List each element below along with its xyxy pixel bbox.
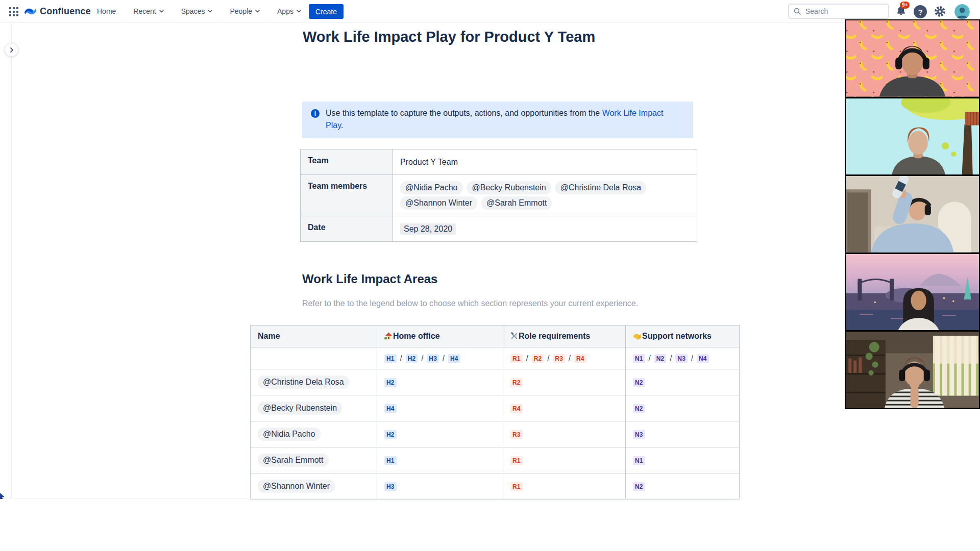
- legend-lozenge-n2: N2: [654, 354, 667, 363]
- chevron-down-icon: [297, 10, 301, 13]
- search-input[interactable]: [804, 7, 884, 16]
- column-header-name: Name: [251, 325, 377, 347]
- handshake-icon: [633, 333, 642, 340]
- name-cell: @Nidia Pacho: [251, 421, 377, 447]
- profile-avatar[interactable]: [954, 4, 970, 19]
- nav-item-home[interactable]: Home: [97, 7, 116, 15]
- legend-lozenge-r1: R1: [510, 354, 523, 363]
- nav-item-apps[interactable]: Apps: [277, 7, 301, 15]
- legend-lozenge-n4: N4: [697, 354, 709, 363]
- date-row: Date Sep 28, 2020: [301, 216, 697, 242]
- column-header-role-requirements: Role requirements: [503, 325, 626, 347]
- top-navigation: Confluence Home Recent Spaces People App…: [0, 0, 980, 23]
- team-label: Team: [301, 149, 393, 175]
- question-mark-icon: ?: [918, 8, 922, 16]
- column-header-support-networks: Support networks: [626, 325, 740, 347]
- app-switcher-button[interactable]: [8, 6, 19, 17]
- nav-item-people[interactable]: People: [230, 7, 260, 15]
- legend-lozenge-h1: H1: [384, 354, 397, 363]
- nav-item-spaces[interactable]: Spaces: [181, 7, 213, 15]
- legend-lozenge-h4: H4: [448, 354, 460, 363]
- legend-separator: /: [670, 354, 672, 362]
- legend-lozenge-r2: R2: [532, 354, 544, 363]
- role-requirements-lozenge: R3: [510, 430, 523, 439]
- notifications-button[interactable]: 9+: [894, 5, 908, 18]
- name-cell: @Becky Rubenstein: [251, 395, 377, 421]
- primary-nav: Home Recent Spaces People Apps: [97, 0, 301, 22]
- help-button[interactable]: ?: [914, 5, 927, 18]
- nav-item-label: Recent: [133, 7, 156, 15]
- member-mention[interactable]: @Becky Rubenstein: [467, 181, 551, 194]
- name-cell: @Shannon Winter: [251, 473, 377, 499]
- support-networks-lozenge: N1: [633, 456, 645, 465]
- brand-name: Confluence: [40, 6, 91, 17]
- impact-table-row: @Nidia Pacho H2 R3 N3: [251, 421, 740, 447]
- home-office-lozenge: H4: [384, 404, 397, 413]
- member-mention[interactable]: @Sarah Emmott: [481, 196, 552, 210]
- column-header-home-office: Home office: [377, 325, 503, 347]
- legend-home-office: H1/H2/H3/H4: [377, 347, 503, 369]
- member-mention[interactable]: @Christine Dela Rosa: [258, 375, 349, 389]
- nav-item-label: Home: [97, 7, 116, 15]
- info-text-after: .: [341, 121, 343, 130]
- video-participant-3[interactable]: [846, 176, 979, 253]
- info-icon: i: [311, 109, 320, 118]
- nav-item-label: Spaces: [181, 7, 205, 15]
- member-mention[interactable]: @Nidia Pacho: [400, 181, 463, 194]
- date-label: Date: [301, 216, 393, 242]
- info-panel: i Use this template to capture the outpu…: [302, 102, 693, 138]
- impact-table-row: @Sarah Emmott H1 R1 N1: [251, 447, 740, 473]
- legend-support-networks: N1/N2/N3/N4: [626, 347, 740, 369]
- home-office-cell: H3: [377, 473, 503, 499]
- team-row: Team Product Y Team: [301, 149, 697, 175]
- role-requirements-cell: R1: [503, 447, 626, 473]
- date-lozenge: Sep 28, 2020: [400, 223, 456, 235]
- name-cell: @Sarah Emmott: [251, 447, 377, 473]
- section-subtitle: Refer to the to the legend below to choo…: [302, 299, 638, 308]
- home-office-cell: H1: [377, 447, 503, 473]
- team-members-row: Team members @Nidia Pacho@Becky Rubenste…: [301, 175, 697, 216]
- chevron-right-icon: [9, 47, 14, 53]
- video-participant-1[interactable]: [846, 20, 979, 97]
- settings-button[interactable]: [933, 5, 946, 18]
- confluence-logo-icon: [24, 6, 36, 17]
- support-networks-lozenge: N2: [633, 378, 645, 387]
- legend-lozenge-n1: N1: [633, 354, 645, 363]
- support-networks-lozenge: N2: [633, 404, 645, 413]
- legend-lozenge-r4: R4: [574, 354, 586, 363]
- video-call-panel: [845, 19, 980, 409]
- impact-table-row: @Christine Dela Rosa H2 R2 N2: [251, 369, 740, 395]
- member-mention[interactable]: @Becky Rubenstein: [258, 402, 342, 415]
- page-title: Work Life Impact Play for Product Y Team: [303, 29, 595, 45]
- video-participant-5[interactable]: [846, 332, 979, 408]
- notification-badge: 9+: [900, 2, 910, 9]
- home-office-lozenge: H2: [384, 378, 397, 387]
- confluence-home-link[interactable]: Confluence: [24, 4, 91, 18]
- role-requirements-lozenge: R2: [510, 378, 523, 387]
- support-networks-cell: N2: [626, 395, 740, 421]
- support-networks-cell: N1: [626, 447, 740, 473]
- legend-role-requirements: R1/R2/R3/R4: [503, 347, 626, 369]
- member-mention[interactable]: @Shannon Winter: [400, 196, 477, 210]
- role-requirements-lozenge: R1: [510, 456, 523, 465]
- team-table: Team Product Y Team Team members @Nidia …: [300, 149, 697, 242]
- nav-item-recent[interactable]: Recent: [133, 7, 163, 15]
- impact-table-header-row: Name Home office Role requirements: [251, 325, 740, 347]
- info-text: Use this template to capture the outputs…: [326, 109, 602, 117]
- member-mention[interactable]: @Shannon Winter: [258, 480, 335, 493]
- video-participant-2[interactable]: [846, 98, 979, 175]
- expand-sidebar-button[interactable]: [5, 43, 18, 57]
- search-box[interactable]: [788, 4, 889, 19]
- nav-item-label: People: [230, 7, 252, 15]
- legend-lozenge-r3: R3: [553, 354, 565, 363]
- member-mention[interactable]: @Sarah Emmott: [258, 454, 329, 467]
- member-mention[interactable]: @Nidia Pacho: [258, 428, 321, 441]
- member-mention[interactable]: @Christine Dela Rosa: [555, 181, 647, 194]
- legend-separator: /: [691, 354, 693, 362]
- video-participant-4[interactable]: [846, 254, 979, 331]
- tools-icon: [510, 332, 518, 340]
- role-requirements-cell: R4: [503, 395, 626, 421]
- create-button[interactable]: Create: [309, 4, 344, 19]
- legend-separator: /: [400, 354, 402, 362]
- search-icon: [794, 8, 801, 15]
